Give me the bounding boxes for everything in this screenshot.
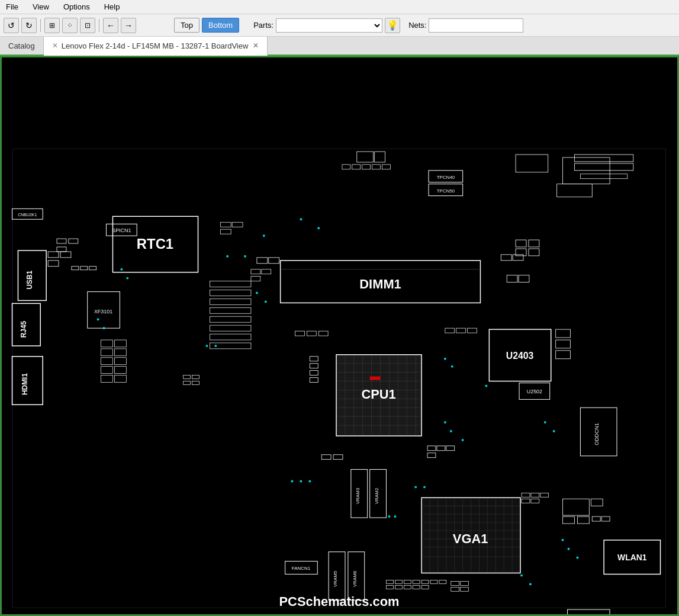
- zoom-fit-button[interactable]: ⊞: [44, 18, 60, 33]
- svg-point-189: [126, 277, 128, 280]
- svg-rect-0: [4, 57, 675, 614]
- svg-point-196: [450, 430, 452, 432]
- options-menu[interactable]: Options: [60, 1, 94, 12]
- svg-text:TPCN40: TPCN40: [437, 175, 455, 180]
- svg-text:RTC1: RTC1: [137, 236, 173, 252]
- svg-text:CNBU2K1: CNBU2K1: [18, 213, 37, 217]
- svg-point-183: [226, 255, 229, 258]
- svg-text:TPCN50: TPCN50: [437, 188, 455, 194]
- catalog-tab-label: Catalog: [8, 41, 35, 50]
- svg-rect-26: [370, 377, 381, 380]
- tabbar: Catalog ✕ Lenovo Flex 2-14d - LF145M MB …: [0, 37, 679, 56]
- svg-text:FANCN1: FANCN1: [292, 566, 311, 571]
- svg-point-197: [462, 439, 464, 441]
- svg-text:WLAN1: WLAN1: [617, 553, 647, 562]
- svg-text:PCSchematics.com: PCSchematics.com: [279, 594, 400, 609]
- svg-point-195: [444, 421, 446, 424]
- svg-text:RJ45: RJ45: [20, 320, 28, 338]
- svg-point-208: [529, 583, 532, 585]
- parts-label: Parts:: [253, 21, 273, 30]
- parts-highlight-button[interactable]: 💡: [385, 18, 400, 33]
- svg-point-214: [205, 345, 208, 347]
- svg-point-187: [317, 227, 320, 229]
- svg-point-207: [520, 574, 523, 576]
- boardview-tab-icon: ✕: [52, 41, 58, 50]
- grid-button[interactable]: ⁘: [62, 18, 78, 33]
- file-menu[interactable]: File: [2, 1, 22, 12]
- parts-select[interactable]: [276, 18, 382, 33]
- svg-text:USB1: USB1: [25, 270, 34, 289]
- svg-text:VRAM8: VRAM8: [352, 570, 358, 587]
- help-menu[interactable]: Help: [101, 1, 124, 12]
- svg-point-199: [300, 480, 302, 482]
- refresh-button[interactable]: ↺: [4, 18, 19, 33]
- separator-2: [99, 19, 99, 32]
- top-view-button[interactable]: Top: [174, 18, 199, 33]
- svg-point-201: [388, 515, 390, 518]
- svg-point-193: [451, 365, 453, 368]
- toolbar: ↺ ↻ ⊞ ⁘ ⊡ ← → Top Bottom Parts: 💡 Nets:: [0, 14, 679, 37]
- board-svg: RTC1 DIMM1 CPU1: [2, 57, 677, 614]
- svg-point-200: [308, 480, 311, 482]
- svg-text:VRAM3: VRAM3: [355, 487, 361, 504]
- svg-point-211: [576, 557, 578, 559]
- svg-text:XF3101: XF3101: [94, 309, 112, 315]
- svg-point-210: [568, 548, 570, 550]
- menubar: File View Options Help: [0, 0, 679, 14]
- board-view-area[interactable]: RTC1 DIMM1 CPU1: [0, 56, 679, 616]
- svg-point-213: [265, 300, 267, 303]
- svg-point-209: [562, 539, 564, 541]
- svg-point-192: [444, 358, 446, 360]
- svg-text:U2502: U2502: [527, 389, 542, 394]
- close-tab-button[interactable]: ✕: [253, 41, 259, 50]
- svg-text:VRAM5: VRAM5: [333, 570, 338, 587]
- svg-point-190: [97, 318, 99, 320]
- nets-input[interactable]: [429, 18, 523, 33]
- svg-point-198: [291, 480, 294, 482]
- svg-point-203: [414, 486, 417, 488]
- svg-point-212: [256, 291, 258, 294]
- nets-label: Nets:: [408, 21, 426, 30]
- svg-text:VGA1: VGA1: [453, 531, 488, 546]
- svg-point-184: [244, 255, 246, 258]
- bottom-view-button[interactable]: Bottom: [202, 18, 239, 33]
- svg-point-188: [120, 268, 123, 271]
- zoom-sel-button[interactable]: ⊡: [80, 18, 95, 33]
- svg-point-186: [300, 218, 302, 220]
- svg-text:CPU1: CPU1: [361, 387, 395, 402]
- svg-text:ODDCN1: ODDCN1: [594, 423, 600, 445]
- catalog-tab[interactable]: Catalog: [0, 37, 44, 54]
- svg-text:HDMI1: HDMI1: [21, 373, 29, 395]
- view-menu[interactable]: View: [29, 1, 53, 12]
- forward-button[interactable]: →: [121, 18, 136, 33]
- boardview-tab[interactable]: ✕ Lenovo Flex 2-14d - LF145M MB - 13287-…: [44, 37, 268, 56]
- svg-text:U2403: U2403: [506, 351, 534, 361]
- separator-1: [40, 19, 41, 32]
- svg-point-202: [394, 515, 396, 518]
- svg-text:VRAM2: VRAM2: [374, 487, 379, 504]
- svg-point-191: [103, 327, 105, 329]
- boardview-tab-label: Lenovo Flex 2-14d - LF145M MB - 13287-1 …: [62, 41, 249, 50]
- back-button[interactable]: ←: [103, 18, 118, 33]
- svg-point-205: [544, 421, 546, 424]
- svg-point-185: [263, 235, 265, 237]
- svg-point-215: [214, 345, 217, 347]
- svg-point-204: [423, 486, 426, 488]
- redo-button[interactable]: ↻: [21, 18, 37, 33]
- svg-point-194: [485, 384, 487, 387]
- svg-text:SPICN1: SPICN1: [112, 227, 131, 233]
- svg-text:DIMM1: DIMM1: [359, 277, 401, 291]
- svg-point-206: [553, 430, 555, 432]
